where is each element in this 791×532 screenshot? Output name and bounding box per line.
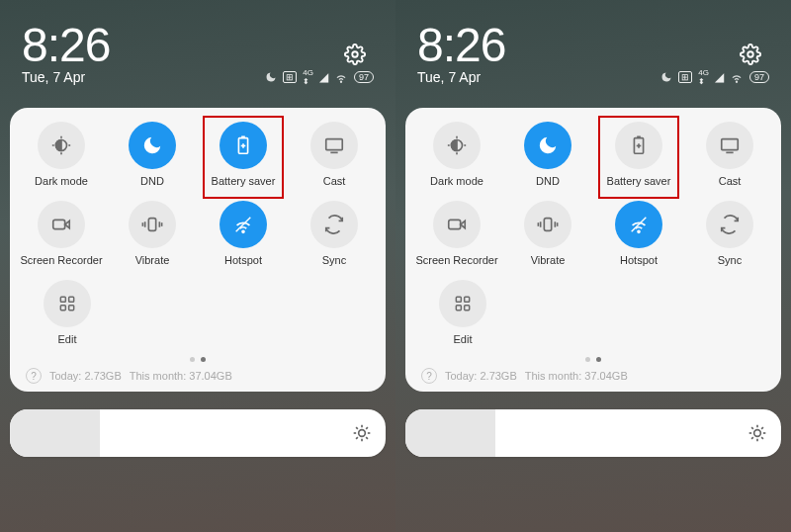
status-icons: ⊞ 4G⬍ ◢ 97: [660, 68, 769, 86]
tile-label: Edit: [58, 333, 77, 345]
wifi-icon: [334, 70, 348, 84]
tile-hotspot[interactable]: Hotspot: [593, 201, 684, 266]
network-icon: 4G⬍: [698, 68, 709, 86]
tile-dnd[interactable]: DND: [107, 122, 198, 187]
svg-point-19: [242, 230, 244, 232]
tile-hotspot[interactable]: Hotspot: [198, 201, 289, 266]
tile-vibrate[interactable]: Vibrate: [107, 201, 198, 266]
dnd-icon: [129, 122, 176, 169]
tile-vibrate[interactable]: Vibrate: [502, 201, 593, 266]
svg-rect-14: [148, 219, 155, 231]
phone-screen-1: 8:26 Tue, 7 Apr ⊞ 4G⬍ ◢ 97 Dark mode: [396, 0, 791, 532]
svg-line-82: [751, 427, 753, 429]
clock-time: 8:26: [417, 18, 769, 72]
tile-label: Hotspot: [620, 254, 658, 266]
svg-rect-22: [69, 297, 74, 302]
hotspot-icon: [220, 201, 267, 248]
battery-indicator: 97: [354, 71, 374, 83]
brightness-slider[interactable]: [405, 409, 781, 457]
tile-label: Vibrate: [531, 254, 566, 266]
info-icon: ?: [26, 368, 42, 384]
tile-dnd[interactable]: DND: [502, 122, 593, 187]
tile-battery-saver[interactable]: Battery saver: [198, 122, 289, 187]
data-usage-row[interactable]: ? Today: 2.73GB This month: 37.04GB: [26, 368, 370, 384]
clock-date: Tue, 7 Apr: [417, 69, 481, 85]
tile-label: Edit: [454, 333, 473, 345]
tile-battery-saver[interactable]: Battery saver: [593, 122, 684, 187]
status-icons: ⊞ 4G⬍ ◢ 97: [265, 68, 374, 86]
tile-sync[interactable]: Sync: [684, 201, 775, 266]
tile-dark-mode[interactable]: Dark mode: [411, 122, 502, 187]
cast-icon: [706, 122, 753, 169]
data-usage-row[interactable]: ? Today: 2.73GB This month: 37.04GB: [421, 368, 765, 384]
battery-indicator: 97: [749, 71, 769, 83]
svg-line-40: [366, 437, 368, 439]
svg-rect-23: [60, 306, 65, 310]
tile-label: Screen Recorder: [415, 254, 497, 266]
svg-point-43: [747, 51, 753, 57]
svg-line-83: [761, 437, 763, 439]
page-indicator[interactable]: [411, 357, 775, 362]
svg-line-39: [356, 427, 358, 429]
svg-point-34: [359, 430, 366, 437]
hotspot-icon: [615, 201, 662, 248]
tile-sync[interactable]: Sync: [289, 201, 380, 266]
svg-point-62: [638, 230, 640, 232]
svg-rect-11: [326, 139, 343, 150]
wifi-icon: [730, 70, 744, 84]
data-month: This month: 37.04GB: [130, 370, 232, 382]
edit-icon: [44, 280, 91, 327]
svg-point-44: [736, 81, 737, 82]
tile-edit[interactable]: Edit: [28, 280, 107, 345]
brightness-fill: [10, 409, 100, 457]
sim-icon: ⊞: [283, 71, 297, 83]
tile-label: Hotspot: [224, 254, 262, 266]
tile-label: Sync: [718, 254, 742, 266]
tile-label: Cast: [323, 175, 346, 187]
highlight-frame: [598, 116, 679, 199]
svg-line-84: [751, 437, 753, 439]
screen-recorder-icon: [38, 201, 85, 248]
tile-screen-recorder[interactable]: Screen Recorder: [411, 201, 502, 266]
vibrate-icon: [524, 201, 571, 248]
info-icon: ?: [421, 368, 437, 384]
settings-button[interactable]: [740, 44, 761, 65]
svg-rect-21: [60, 297, 65, 302]
dnd-status-icon: [265, 71, 277, 83]
settings-button[interactable]: [344, 44, 366, 65]
quick-settings-panel: Dark mode DND Battery saver Cast Screen …: [405, 108, 781, 392]
tile-label: Dark mode: [430, 175, 483, 187]
svg-line-85: [761, 427, 763, 429]
tile-edit[interactable]: Edit: [423, 280, 502, 345]
vibrate-icon: [129, 201, 176, 248]
tile-label: Screen Recorder: [20, 254, 102, 266]
tile-cast[interactable]: Cast: [289, 122, 380, 187]
cast-icon: [310, 122, 358, 169]
dark-mode-icon: [38, 122, 85, 169]
sync-icon: [310, 201, 358, 248]
signal-icon: ◢: [319, 70, 328, 84]
brightness-slider[interactable]: [10, 409, 386, 457]
dnd-icon: [524, 122, 571, 169]
svg-rect-66: [456, 306, 461, 310]
svg-line-42: [366, 427, 368, 429]
network-icon: 4G⬍: [303, 68, 313, 86]
sync-icon: [706, 201, 753, 248]
tile-screen-recorder[interactable]: Screen Recorder: [16, 201, 107, 266]
page-indicator[interactable]: [16, 357, 380, 362]
tile-dark-mode[interactable]: Dark mode: [16, 122, 107, 187]
svg-rect-56: [449, 220, 461, 228]
brightness-high-icon: [747, 423, 767, 443]
svg-point-0: [352, 51, 358, 57]
data-today: Today: 2.73GB: [49, 370, 122, 382]
dnd-status-icon: [660, 71, 672, 83]
tile-label: Dark mode: [35, 175, 88, 187]
svg-point-77: [754, 430, 761, 437]
svg-rect-24: [69, 306, 74, 310]
status-bar: 8:26 Tue, 7 Apr ⊞ 4G⬍ ◢ 97: [396, 0, 791, 94]
svg-rect-65: [465, 297, 470, 302]
tile-cast[interactable]: Cast: [684, 122, 775, 187]
brightness-high-icon: [352, 423, 372, 443]
svg-rect-54: [722, 139, 739, 150]
phone-screen-0: 8:26 Tue, 7 Apr ⊞ 4G⬍ ◢ 97 Dark mode: [0, 0, 396, 532]
